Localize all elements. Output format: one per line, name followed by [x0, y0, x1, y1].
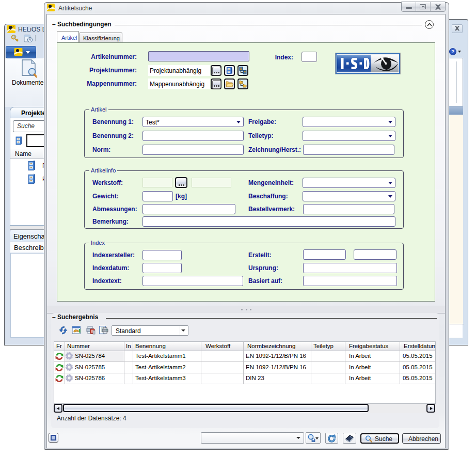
svg-text:?: ? [451, 49, 454, 54]
